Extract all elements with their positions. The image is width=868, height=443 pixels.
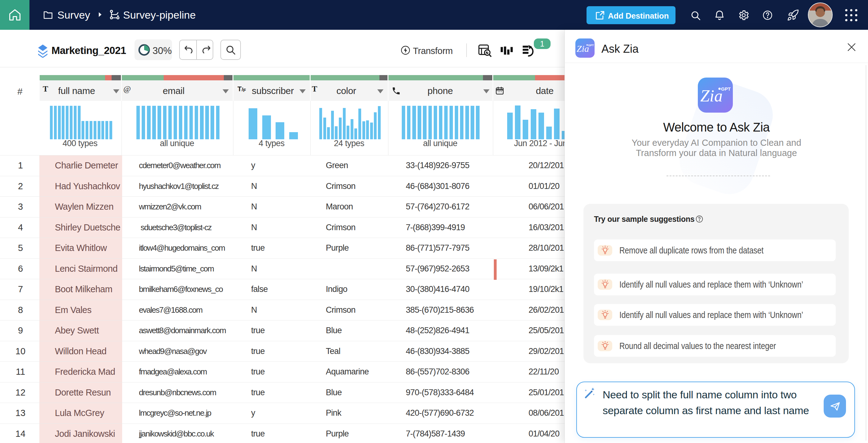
svg-text:GPT: GPT: [588, 44, 594, 47]
svg-text:GPT: GPT: [721, 86, 731, 91]
